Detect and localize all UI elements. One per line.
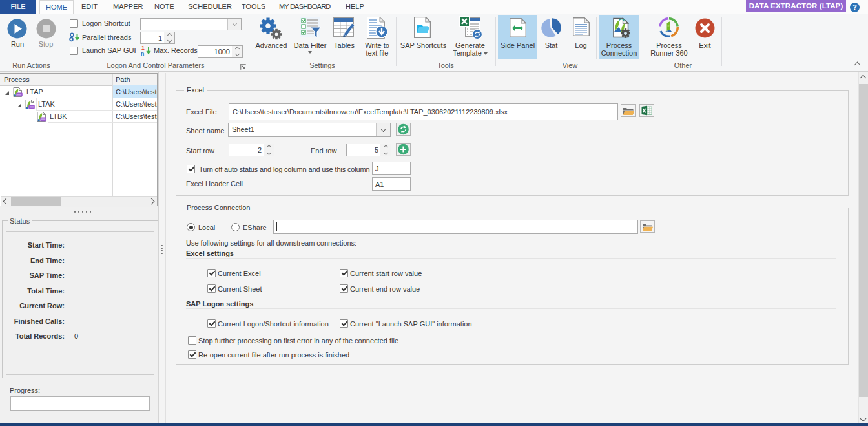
- svg-text:n: n: [141, 50, 144, 57]
